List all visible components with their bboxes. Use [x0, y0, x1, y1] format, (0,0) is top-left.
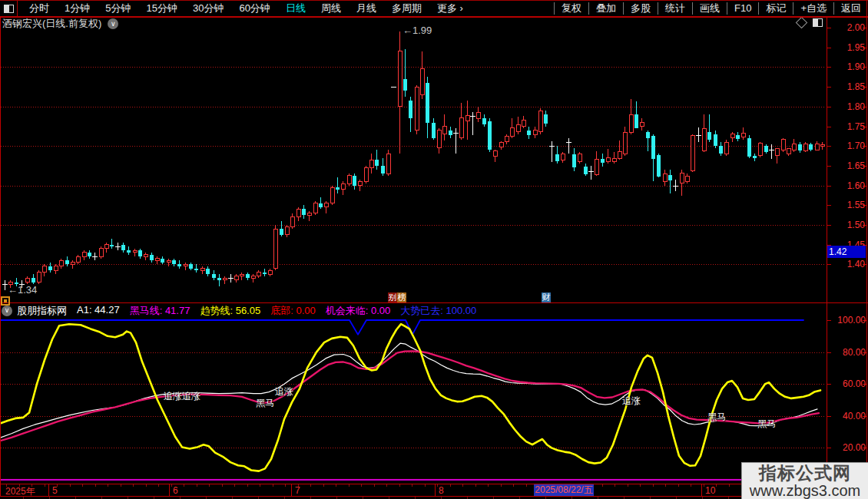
indicator-field-3: 趋势线: 56.05	[200, 304, 260, 318]
date-axis[interactable]: 2025年 567810 2025/08/22/五	[0, 484, 868, 496]
month-label-7: 7	[295, 485, 300, 496]
month-label-8: 8	[439, 485, 444, 496]
watermark-url: www.zbgs3.com	[742, 483, 868, 498]
signal-label-1: 追涨追涨	[164, 390, 200, 403]
line-A1	[1, 343, 817, 438]
svg-text:1.75: 1.75	[847, 121, 866, 132]
indicator-source[interactable]: 股朋指标网	[17, 304, 67, 318]
indicator-field-5: 机会来临: 0.00	[326, 304, 391, 318]
line-大势已去	[1, 320, 803, 335]
watermark-title: 指标公式网	[742, 464, 868, 483]
signal-label-2: 黑马	[256, 397, 274, 410]
indicator-lines	[1, 320, 827, 480]
svg-text:40.00: 40.00	[843, 411, 866, 421]
watermark-box: 指标公式网 www.zbgs3.com	[741, 462, 868, 499]
indicator-header: ∨ 股朋指标网 A1: 44.27黑马线: 41.77趋势线: 56.05底部:…	[2, 305, 486, 316]
svg-text:1.70: 1.70	[847, 140, 866, 151]
month-label-6: 6	[173, 485, 178, 496]
chart-canvas: 2.001.951.901.851.801.751.701.651.601.55…	[0, 0, 868, 499]
signal-label-3: 追涨	[275, 385, 293, 398]
signal-label-4: 追涨	[622, 395, 641, 408]
month-label-5: 5	[52, 485, 58, 496]
svg-text:60.00: 60.00	[843, 378, 866, 389]
line-黑马线	[1, 351, 819, 441]
candlestick-series	[2, 31, 824, 290]
svg-text:20.00: 20.00	[843, 442, 866, 453]
svg-text:1.95: 1.95	[847, 42, 866, 53]
event-badge-char: 别	[388, 292, 397, 302]
year-label: 2025年	[5, 485, 35, 498]
svg-text:1.40: 1.40	[847, 259, 866, 269]
price-annotation-1: ←1.99	[403, 25, 432, 36]
svg-text:80.00: 80.00	[843, 347, 866, 358]
indicator-values: A1: 44.27黑马线: 41.77趋势线: 56.05底部: 0.00机会来…	[77, 304, 486, 318]
price-axis: 2.001.951.901.851.801.751.701.651.601.55…	[827, 22, 867, 453]
price-annotation-2: ←1.34	[8, 284, 37, 296]
svg-text:1.50: 1.50	[847, 220, 866, 230]
event-badge-1[interactable]: 别榜	[388, 292, 406, 302]
event-badge-2[interactable]: 财	[542, 292, 551, 302]
indicator-field-1: A1: 44.27	[77, 304, 120, 318]
signal-label-6: 黑马	[757, 418, 776, 431]
selected-date: 2025/08/22/五	[534, 484, 594, 496]
svg-text:1.65: 1.65	[847, 160, 866, 171]
line-趋势线	[1, 324, 820, 471]
svg-text:1.55: 1.55	[847, 200, 866, 210]
indicator-field-4: 底部: 0.00	[270, 304, 316, 318]
event-badge-char: 榜	[397, 292, 406, 302]
signal-label-5: 黑马	[707, 411, 726, 424]
indicator-chevron-icon[interactable]: ∨	[2, 306, 12, 316]
svg-text:2.00: 2.00	[847, 22, 866, 33]
price-grid	[1, 68, 826, 448]
svg-text:100.00: 100.00	[837, 315, 866, 326]
month-label-10: 10	[705, 485, 715, 496]
indicator-field-6: 大势已去: 100.00	[400, 304, 476, 318]
indicator-field-2: 黑马线: 41.77	[130, 304, 190, 318]
app-window: 分时1分钟5分钟15分钟30分钟60分钟日线周线月线多周期更多 › 复权叠加多股…	[0, 0, 868, 499]
last-price-tag: 1.42	[827, 246, 866, 258]
svg-text:1.85: 1.85	[847, 81, 866, 92]
event-badge-char: 财	[542, 292, 551, 302]
svg-text:1.90: 1.90	[847, 61, 866, 72]
svg-text:1.80: 1.80	[847, 101, 866, 112]
svg-text:1.60: 1.60	[847, 180, 866, 191]
